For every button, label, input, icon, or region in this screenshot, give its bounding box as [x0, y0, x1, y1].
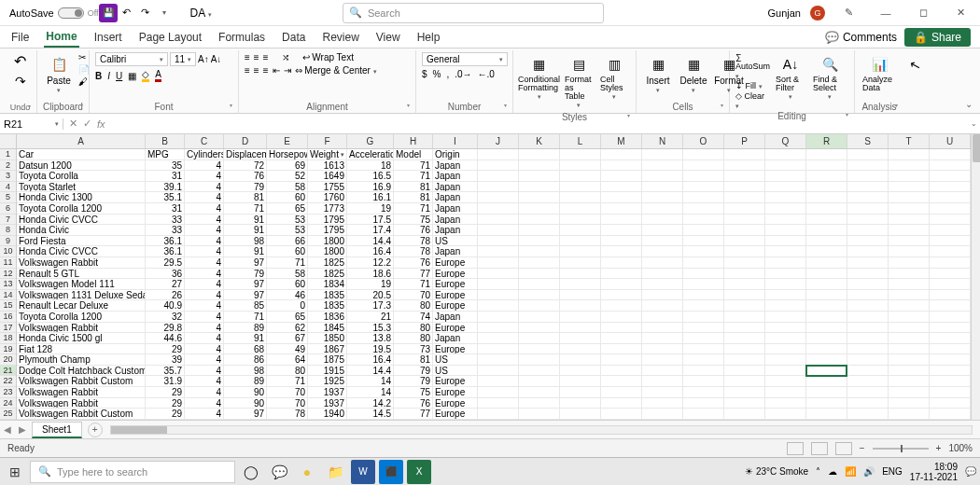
- cell[interactable]: [765, 323, 806, 334]
- row-header[interactable]: 7: [0, 215, 16, 226]
- cell[interactable]: [642, 290, 683, 301]
- cell[interactable]: 21: [347, 312, 394, 323]
- cell[interactable]: [601, 257, 642, 269]
- cell[interactable]: [847, 312, 889, 323]
- cell[interactable]: [478, 192, 519, 203]
- cell[interactable]: [806, 333, 847, 344]
- cell[interactable]: [601, 269, 642, 280]
- hscroll-thumb[interactable]: [111, 426, 167, 434]
- cell[interactable]: 76: [394, 225, 433, 236]
- page-layout-view-button[interactable]: [811, 442, 828, 455]
- cell[interactable]: 4: [185, 398, 224, 409]
- cell[interactable]: [642, 182, 683, 193]
- cell[interactable]: [601, 344, 642, 355]
- cell[interactable]: [683, 376, 724, 387]
- cell[interactable]: [806, 300, 847, 312]
- cell[interactable]: [806, 344, 847, 355]
- cell[interactable]: 68: [224, 344, 267, 355]
- cell[interactable]: [724, 215, 765, 226]
- cell[interactable]: [560, 257, 601, 269]
- tab-insert[interactable]: Insert: [92, 28, 124, 47]
- cell[interactable]: [806, 290, 847, 301]
- cell[interactable]: 36: [146, 269, 185, 280]
- cell[interactable]: 4: [185, 376, 224, 387]
- cell[interactable]: [642, 160, 683, 172]
- cell[interactable]: [560, 333, 601, 344]
- cell[interactable]: 18.6: [347, 269, 394, 280]
- cell[interactable]: 76: [394, 398, 433, 409]
- cell[interactable]: [847, 257, 889, 269]
- tab-formulas[interactable]: Formulas: [217, 28, 267, 47]
- cell[interactable]: [601, 398, 642, 409]
- cell[interactable]: [478, 354, 519, 366]
- cell[interactable]: 18: [347, 160, 394, 172]
- cell[interactable]: [601, 171, 642, 182]
- cell[interactable]: [847, 192, 889, 203]
- font-color-icon[interactable]: A: [155, 69, 161, 82]
- cell[interactable]: [642, 246, 683, 257]
- enter-formula-icon[interactable]: ✓: [83, 118, 91, 130]
- cell[interactable]: [847, 323, 889, 334]
- currency-icon[interactable]: $: [422, 69, 427, 79]
- cell[interactable]: 4: [185, 203, 224, 215]
- cell[interactable]: [889, 323, 930, 334]
- cell[interactable]: Europe: [433, 300, 478, 312]
- cell[interactable]: MPG: [146, 149, 185, 160]
- cell[interactable]: 52: [267, 171, 308, 182]
- cell[interactable]: Europe: [433, 398, 478, 409]
- cell[interactable]: 4: [185, 354, 224, 366]
- cell[interactable]: [806, 182, 847, 193]
- cell[interactable]: Volkswagen Rabbit: [17, 387, 146, 398]
- cell[interactable]: [478, 300, 519, 312]
- cell[interactable]: [724, 171, 765, 182]
- autosave-toggle[interactable]: [58, 7, 84, 19]
- cell[interactable]: [601, 323, 642, 334]
- cell[interactable]: 1800: [308, 246, 347, 257]
- cell[interactable]: [806, 409, 847, 420]
- cell[interactable]: [930, 300, 971, 312]
- cell[interactable]: 4: [185, 192, 224, 203]
- cell[interactable]: 1773: [308, 203, 347, 215]
- undo-qat-icon[interactable]: ↶: [118, 4, 136, 22]
- cell[interactable]: 29: [146, 409, 185, 420]
- cell[interactable]: Japan: [433, 171, 478, 182]
- cell[interactable]: [724, 344, 765, 355]
- cell[interactable]: [642, 344, 683, 355]
- cell[interactable]: 73: [394, 344, 433, 355]
- cell[interactable]: [601, 366, 642, 377]
- share-button[interactable]: 🔒 Share: [904, 28, 971, 47]
- col-header-S[interactable]: S: [847, 134, 889, 148]
- cell[interactable]: [724, 236, 765, 247]
- cell[interactable]: [683, 225, 724, 236]
- cell[interactable]: [478, 225, 519, 236]
- cell[interactable]: [930, 225, 971, 236]
- cell[interactable]: [683, 171, 724, 182]
- cell[interactable]: [601, 192, 642, 203]
- cell[interactable]: [642, 398, 683, 409]
- cell[interactable]: [889, 215, 930, 226]
- store-icon[interactable]: ⬛: [379, 460, 403, 484]
- row-header[interactable]: 4: [0, 182, 16, 193]
- cell[interactable]: 75: [394, 215, 433, 226]
- cell[interactable]: 78: [394, 246, 433, 257]
- cell[interactable]: 1825: [308, 269, 347, 280]
- file-name[interactable]: DA ▾: [190, 7, 212, 20]
- col-header-A[interactable]: A: [17, 134, 146, 148]
- cell[interactable]: 64: [267, 354, 308, 366]
- conditional-formatting-button[interactable]: ▦Conditional Formatting▾: [519, 52, 559, 103]
- cell[interactable]: 76: [224, 171, 267, 182]
- cell[interactable]: [930, 387, 971, 398]
- cell[interactable]: 98: [224, 236, 267, 247]
- cell[interactable]: [765, 171, 806, 182]
- cell[interactable]: [930, 182, 971, 193]
- cell[interactable]: [889, 246, 930, 257]
- cell[interactable]: [889, 160, 930, 172]
- cell[interactable]: [642, 279, 683, 290]
- cell[interactable]: Toyota Corolla 1200: [17, 203, 146, 215]
- language-indicator[interactable]: ENG: [882, 466, 903, 477]
- cell[interactable]: 89: [224, 376, 267, 387]
- col-header-L[interactable]: L: [560, 134, 601, 148]
- row-header[interactable]: 15: [0, 300, 16, 312]
- cell[interactable]: US: [433, 354, 478, 366]
- col-header-D[interactable]: D: [224, 134, 267, 148]
